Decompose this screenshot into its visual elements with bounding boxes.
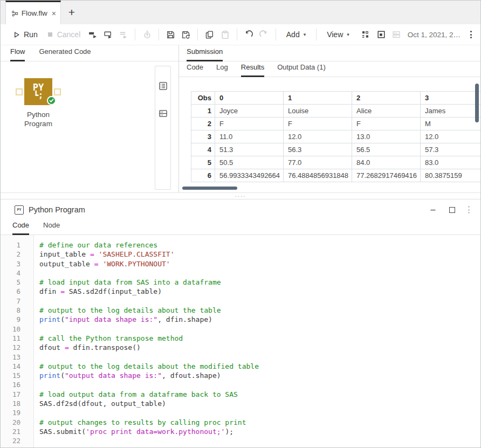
code-line xyxy=(39,436,480,445)
line-number: 14 xyxy=(1,362,20,371)
save-version-button[interactable] xyxy=(180,27,193,42)
table-cell: 76.4884856931848 xyxy=(284,169,352,182)
line-number: 10 xyxy=(1,325,20,334)
new-tab-button[interactable]: + xyxy=(61,1,83,24)
flow-icon xyxy=(11,10,18,17)
table-row: 311.012.013.012.0 xyxy=(191,130,481,143)
tab-editor-code[interactable]: Code xyxy=(12,221,29,235)
more-options-button[interactable] xyxy=(467,29,475,40)
table-cell: 5 xyxy=(191,156,215,169)
save-button[interactable] xyxy=(164,27,177,42)
tab-output-data[interactable]: Output Data (1) xyxy=(277,63,326,77)
code-line xyxy=(39,408,480,417)
flow-canvas[interactable]: PY ┗; Python Program xyxy=(1,61,178,192)
run-button[interactable]: Run xyxy=(9,28,41,41)
run-branch-disabled-icon xyxy=(119,30,128,39)
table-header-row: Obs0123 xyxy=(191,92,481,105)
code-line: SAS.submit('proc print data=work.pythono… xyxy=(39,427,480,436)
focus-panel-button[interactable] xyxy=(374,27,388,42)
python-program-window: PY Python Program – Code Node 1234567891… xyxy=(1,199,480,447)
tab-editor-node[interactable]: Node xyxy=(43,221,60,235)
line-number: 2 xyxy=(1,250,20,259)
code-line: # define our data references xyxy=(39,240,480,250)
rows-view-button[interactable] xyxy=(390,27,403,42)
splitter-handle[interactable]: ∙∙∙∙ xyxy=(235,194,246,197)
editor-more-options-button[interactable] xyxy=(465,204,473,216)
table-cell: F xyxy=(352,118,421,130)
vertical-scrollbar[interactable] xyxy=(475,84,479,122)
horizontal-scrollbar[interactable] xyxy=(182,187,237,190)
code-line xyxy=(39,268,480,278)
line-number: 16 xyxy=(1,380,20,389)
run-branch-disabled-button[interactable] xyxy=(117,27,130,42)
line-number: 1 xyxy=(1,240,20,250)
toolbar-separator xyxy=(159,29,159,40)
toolbar-separator xyxy=(237,29,237,40)
code-line xyxy=(39,297,480,306)
schedule-button[interactable] xyxy=(140,27,154,42)
display-options-button[interactable] xyxy=(359,27,373,42)
tab-results[interactable]: Results xyxy=(241,63,264,77)
view-dropdown[interactable]: View ▾ xyxy=(321,28,355,41)
toolbar: Run Cancel xyxy=(1,24,480,45)
undo-icon xyxy=(244,30,253,39)
tab-log[interactable]: Log xyxy=(216,63,228,77)
table-cell: 56.9933343492664 xyxy=(215,169,284,182)
node-list-icon[interactable] xyxy=(159,81,168,91)
node-input-port[interactable] xyxy=(16,88,23,95)
table-cell: 77.0 xyxy=(284,156,352,169)
line-number: 18 xyxy=(1,399,20,408)
code-line: # output changes to results by calling p… xyxy=(39,418,480,427)
redo-icon xyxy=(259,30,269,39)
run-node-icon xyxy=(88,30,97,39)
copy-button[interactable] xyxy=(203,27,216,42)
tab-code[interactable]: Code xyxy=(187,63,203,77)
node-output-port[interactable] xyxy=(54,88,61,95)
table-cell: 77.2682917469416 xyxy=(352,169,421,182)
table-cell: 3 xyxy=(191,130,215,143)
paste-button[interactable] xyxy=(218,27,232,42)
table-cell: M xyxy=(421,118,481,130)
panel-splitter[interactable]: ∙∙∙∙ xyxy=(1,192,480,199)
code-line: # output to the log details about the mo… xyxy=(39,362,480,371)
run-selected-node-button[interactable] xyxy=(101,27,115,42)
chevron-down-icon: ▾ xyxy=(347,32,349,37)
code-line: # load output data from a dataframe back… xyxy=(39,390,480,399)
code-line: input_table = 'SASHELP.CLASSFIT' xyxy=(39,250,480,259)
line-number: 8 xyxy=(1,306,20,315)
table-cell: 51.3 xyxy=(215,143,284,156)
table-header-cell: Obs xyxy=(191,92,215,105)
table-cell: 13.0 xyxy=(352,130,421,143)
table-cell: F xyxy=(215,118,284,130)
code-lines[interactable]: # define our data referencesinput_table … xyxy=(34,235,480,447)
table-row: 2FFFM xyxy=(191,118,481,130)
undo-button[interactable] xyxy=(242,27,255,42)
toolbar-separator xyxy=(276,29,276,40)
table-cell: 80.3875159 xyxy=(421,169,481,182)
layout-rows-icon[interactable] xyxy=(159,109,168,118)
table-header-cell: 2 xyxy=(352,92,421,105)
stop-icon xyxy=(46,31,54,38)
tab-flow[interactable]: Flow xyxy=(10,47,25,61)
table-cell: 83.0 xyxy=(421,156,481,169)
run-node-button[interactable] xyxy=(86,27,99,42)
cancel-button[interactable]: Cancel xyxy=(43,28,84,41)
close-tab-icon[interactable]: × xyxy=(52,9,56,18)
maximize-icon xyxy=(449,207,455,213)
code-editor[interactable]: 12345678910111213141516171819202122 # de… xyxy=(1,235,480,447)
table-cell: Louise xyxy=(284,105,352,118)
play-icon xyxy=(12,31,20,39)
toolbar-separator xyxy=(316,29,317,40)
code-line: SAS.df2sd(dfout, output_table) xyxy=(39,399,480,408)
tab-submission[interactable]: Submission xyxy=(187,47,223,61)
code-line: dfout = dfin.transpose() xyxy=(39,343,480,352)
save-version-icon xyxy=(181,30,190,39)
add-dropdown[interactable]: Add ▾ xyxy=(281,28,311,41)
tab-generated-code[interactable]: Generated Code xyxy=(39,47,91,61)
minimize-button[interactable]: – xyxy=(426,203,440,216)
table-row: 656.993334349266476.488485693184877.2682… xyxy=(191,169,481,182)
redo-button[interactable] xyxy=(257,27,271,42)
submission-tabs: Submission xyxy=(179,45,480,61)
tab-flow-flw[interactable]: Flow.flw × xyxy=(5,1,61,24)
maximize-button[interactable] xyxy=(445,203,459,216)
